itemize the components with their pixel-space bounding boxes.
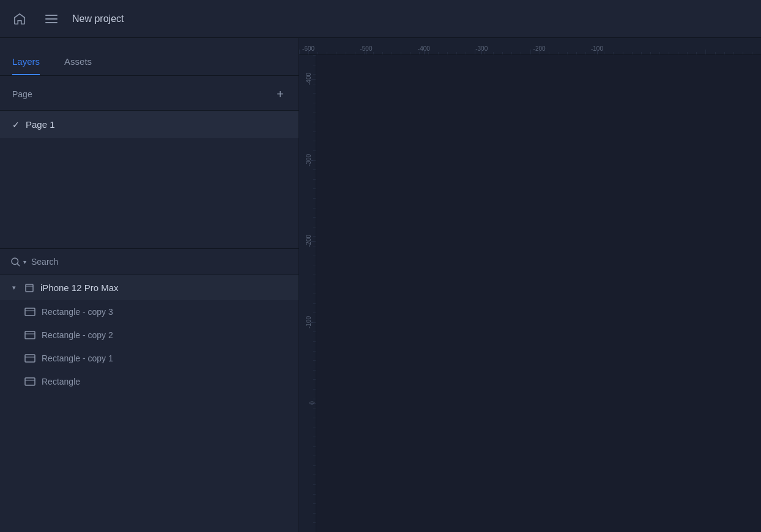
- list-item[interactable]: Rectangle: [0, 370, 299, 393]
- page-item-page1[interactable]: ✓ Page 1: [0, 111, 299, 138]
- frame-label: iPhone 12 Pro Max: [40, 283, 119, 293]
- menu-line-3: [45, 22, 58, 23]
- page-section-label: Page: [12, 89, 32, 99]
- tab-assets[interactable]: Assets: [64, 56, 92, 75]
- svg-rect-8: [25, 355, 35, 362]
- list-item[interactable]: Rectangle - copy 2: [0, 323, 299, 347]
- chevron-down-icon: ▾: [10, 284, 18, 292]
- menu-line-2: [45, 18, 58, 20]
- rectangle-icon: [24, 377, 35, 386]
- sidebar: Layers Assets Page + ✓ Page 1 ▾: [0, 38, 299, 532]
- canvas-area[interactable]: -600-500-400-300-200-100 -400-300-200-10…: [299, 38, 761, 532]
- main-area: Layers Assets Page + ✓ Page 1 ▾: [0, 38, 761, 532]
- svg-rect-2: [26, 284, 33, 292]
- search-icon: [10, 256, 21, 267]
- project-title: New project: [72, 13, 124, 24]
- search-chevron-icon: ▾: [23, 259, 26, 265]
- svg-line-1: [17, 264, 19, 265]
- search-filter-button[interactable]: ▾: [10, 256, 26, 267]
- layer-label: Rectangle - copy 2: [42, 330, 113, 340]
- page-item-label: Page 1: [26, 119, 55, 130]
- sidebar-tabs: Layers Assets: [0, 38, 299, 76]
- page-section: Page +: [0, 76, 299, 111]
- svg-rect-6: [25, 331, 35, 339]
- frame-icon: [24, 283, 34, 293]
- rectangle-icon: [24, 331, 35, 339]
- check-icon: ✓: [12, 120, 20, 130]
- layer-label: Rectangle - copy 1: [42, 353, 113, 363]
- ruler-left: -400-300-200-1000: [299, 55, 316, 532]
- layers-list: ▾ iPhone 12 Pro Max Rectangle: [0, 275, 299, 532]
- menu-button[interactable]: [40, 8, 62, 30]
- canvas-body: -400-300-200-1000: [299, 55, 761, 532]
- search-bar: ▾: [0, 248, 299, 275]
- tab-layers[interactable]: Layers: [12, 56, 40, 75]
- add-page-button[interactable]: +: [272, 86, 289, 103]
- rectangle-icon: [24, 354, 35, 363]
- svg-rect-4: [25, 308, 35, 316]
- search-input[interactable]: [31, 257, 289, 267]
- frame-item-iphone[interactable]: ▾ iPhone 12 Pro Max: [0, 275, 299, 300]
- svg-rect-10: [25, 378, 35, 385]
- ruler-top: -600-500-400-300-200-100: [299, 38, 761, 55]
- menu-line-1: [45, 15, 58, 16]
- rectangle-icon: [24, 308, 35, 316]
- empty-panel-space: [0, 138, 299, 248]
- layer-label: Rectangle: [42, 377, 80, 386]
- home-button[interactable]: [9, 8, 31, 30]
- canvas-inner[interactable]: [316, 55, 761, 532]
- list-item[interactable]: Rectangle - copy 3: [0, 300, 299, 323]
- layer-label: Rectangle - copy 3: [42, 307, 113, 317]
- header: New project: [0, 0, 761, 38]
- list-item[interactable]: Rectangle - copy 1: [0, 347, 299, 370]
